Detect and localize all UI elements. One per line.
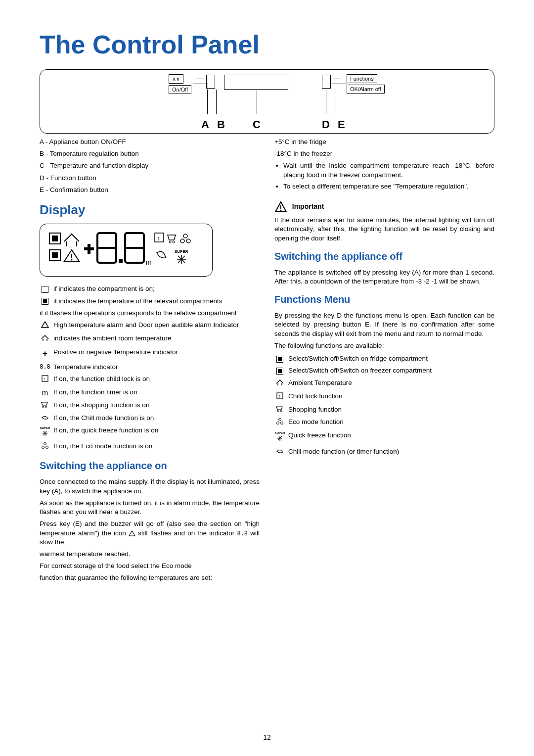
functions-menu-heading: Functions Menu	[274, 293, 494, 306]
svg-point-20	[186, 239, 190, 243]
legend-timer: If on, the function timer is on	[53, 388, 137, 397]
childlock-icon: ↑	[276, 392, 284, 400]
func-eco: Eco mode function	[288, 418, 344, 426]
legend-compartment-on: if indicates the compartment is on;	[53, 284, 155, 293]
svg-point-44	[277, 422, 279, 425]
svg-rect-12	[119, 259, 123, 263]
panel-letter-e: E	[338, 118, 345, 131]
legend-shopping: If on, the shopping function is on	[53, 401, 149, 410]
segment-display-icon: 8.8	[40, 363, 50, 371]
func-fridge: Select/Switch off/Switch on fridge compa…	[288, 354, 428, 363]
important-block: Important If the door remains ajar for s…	[274, 201, 494, 243]
svg-text:SUPER: SUPER	[175, 249, 188, 254]
svg-point-16	[169, 241, 171, 243]
svg-text:↑: ↑	[278, 394, 281, 399]
square-filled-icon	[276, 356, 283, 363]
panel-letter-a: A	[201, 118, 209, 131]
legend-flash: if it flashes the operations corresponds…	[40, 309, 260, 318]
svg-text:m: m	[146, 258, 152, 266]
svg-point-17	[173, 241, 175, 243]
switch-off-heading: Switching the appliance off	[274, 250, 494, 263]
svg-point-45	[281, 422, 283, 425]
svg-point-28	[43, 406, 44, 408]
func-childlock: Child lock function	[288, 392, 343, 401]
legend-a: A - Appliance button ON/OFF	[40, 138, 260, 146]
func-chill: Chill mode function (or timer function)	[288, 447, 399, 456]
svg-point-29	[45, 406, 47, 408]
legend-eco: If on, the Eco mode function is on	[53, 442, 152, 451]
svg-point-43	[279, 419, 281, 421]
panel-button-d	[322, 75, 331, 89]
label-okalarm: OK/Alarm off	[347, 85, 385, 94]
square-filled-icon	[276, 368, 283, 375]
left-column: A - Appliance button ON/OFF B - Temperat…	[40, 138, 260, 586]
svg-point-35	[42, 446, 44, 449]
timer-m-icon: m	[40, 388, 50, 398]
legend-posneg: Positive or negative Temperature indicat…	[53, 348, 178, 357]
panel-display-c	[224, 75, 288, 90]
svg-rect-3	[52, 252, 58, 258]
leaf-icon	[41, 414, 49, 421]
legend-ambient: indicates the ambient room temperature	[53, 334, 172, 343]
functions-p2: The following functions are available:	[274, 341, 494, 350]
label-arrows: ∧∨	[169, 74, 183, 84]
svg-text:↑: ↑	[157, 235, 160, 241]
svg-point-36	[46, 446, 48, 449]
freezer-temp: -18°C in the freezer	[274, 149, 494, 158]
cart-icon	[275, 405, 284, 412]
svg-point-42	[280, 410, 282, 412]
legend-d: D - Function button	[40, 174, 260, 183]
svg-text:↑: ↑	[44, 377, 46, 381]
eco-icon	[276, 418, 284, 425]
label-onoff: On/Off	[169, 85, 191, 94]
panel-letter-c: C	[253, 118, 261, 131]
super-text-icon: SUPER	[40, 426, 50, 430]
house-icon	[41, 334, 49, 342]
legend-childlock: If on, the function child lock is on	[53, 375, 150, 383]
page-number: 12	[263, 733, 271, 741]
warning-triangle-icon	[41, 321, 49, 329]
switch-on-p5: For correct storage of the food select t…	[40, 562, 260, 570]
svg-point-34	[44, 443, 46, 445]
panel-letter-d: D	[322, 118, 330, 131]
functions-p1: By pressing the key D the functions menu…	[274, 311, 494, 338]
bullet-select-temp: To select a different temperature see "T…	[283, 182, 494, 191]
svg-point-19	[180, 239, 184, 243]
legend-e: E - Confirmation button	[40, 186, 260, 194]
bullet-wait: Wait until the inside compartment temper…	[283, 161, 494, 179]
display-illustration: m ↑ SUPER	[40, 224, 213, 277]
switch-on-p1: Once connected to the mains supply, if t…	[40, 477, 260, 495]
svg-rect-1	[52, 236, 58, 241]
svg-point-5	[71, 259, 73, 261]
func-freezer: Select/Switch off/Switch on freezer comp…	[288, 366, 432, 375]
segment-display-icon: 8.8	[237, 530, 248, 537]
switch-on-p3: Press key (E) and the buzzer will go off…	[40, 520, 260, 547]
panel-letter-b: B	[217, 118, 225, 131]
func-quickfreeze: Quick freeze function	[288, 431, 351, 440]
eco-icon	[41, 442, 49, 450]
snowflake-icon	[42, 430, 48, 436]
switch-on-p2: As soon as the appliance is turned on, i…	[40, 499, 260, 517]
switch-off-text: The appliance is switched off by pressin…	[274, 268, 494, 286]
control-panel-diagram: ∧∨ On/Off Functions OK/Alarm off A B C D…	[40, 69, 494, 134]
label-functions: Functions	[347, 74, 377, 83]
legend-temp-indicator: Temperature indicator	[53, 363, 118, 372]
important-body: If the door remains ajar for some minute…	[274, 216, 494, 243]
super-text-icon: SUPER	[274, 431, 285, 435]
svg-point-38	[280, 210, 282, 211]
plus-icon: +	[40, 348, 50, 360]
func-shopping: Shopping function	[288, 405, 342, 414]
switch-on-heading: Switching the appliance on	[40, 459, 260, 472]
display-legend-list: if indicates the compartment is on; if i…	[40, 284, 260, 305]
square-filled-icon	[42, 298, 48, 305]
svg-point-41	[277, 410, 279, 412]
legend-compartment-temp: if indicates the temperature of the rele…	[53, 297, 222, 306]
legend-alarm: High temperature alarm and Door open aud…	[53, 321, 239, 330]
legend-quickfreeze: If on, the quick freeze function is on	[53, 426, 158, 435]
warning-triangle-icon	[274, 201, 287, 213]
warning-triangle-icon	[129, 530, 135, 536]
svg-point-18	[183, 234, 187, 238]
functions-list: Select/Switch off/Switch on fridge compa…	[274, 354, 494, 457]
right-column: +5°C in the fridge -18°C in the freezer …	[274, 138, 494, 586]
page-title: The Control Panel	[40, 30, 494, 59]
